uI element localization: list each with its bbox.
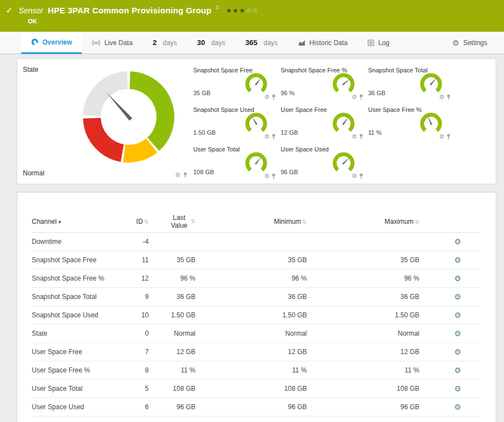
cell-channel-name: State xyxy=(32,330,126,337)
sort-descending-icon: ▾ xyxy=(58,219,61,225)
table-row: User Space Used 6 96 GB 96 GB 96 GB ⚙ xyxy=(32,398,480,416)
state-gauge-value: Normal xyxy=(23,169,45,177)
gear-icon[interactable]: ⚙ xyxy=(351,134,357,140)
cell-maximum: 12 GB xyxy=(307,348,419,356)
sort-icon: ⇅ xyxy=(144,219,149,225)
gear-icon[interactable]: ⚙ xyxy=(439,94,444,100)
tab-2-days[interactable]: 2days xyxy=(143,32,187,53)
cell-actions: ⚙ xyxy=(419,274,480,283)
tab-30-days[interactable]: 30days xyxy=(187,32,236,53)
cell-last-value: 96 % xyxy=(149,274,195,282)
status-badge: OK xyxy=(28,18,498,24)
cell-id: 8 xyxy=(126,366,149,374)
cell-id: 0 xyxy=(126,330,149,337)
channel-settings-gear-icon[interactable]: ⚙ xyxy=(454,366,461,375)
table-row: Snapshot Space Total 9 36 GB 36 GB 36 GB… xyxy=(32,288,480,306)
cell-actions: ⚙ xyxy=(419,366,480,375)
tab-settings[interactable]: ⚙ Settings xyxy=(442,32,497,53)
object-kind-label: Sensor xyxy=(18,6,43,15)
sort-icon: ⇅ xyxy=(415,219,419,225)
gear-icon[interactable]: ⚙ xyxy=(351,173,357,179)
column-header-channel[interactable]: Channel▾ xyxy=(32,218,126,225)
pin-icon[interactable] xyxy=(183,172,188,178)
tab-label: Live Data xyxy=(104,39,133,47)
channel-settings-gear-icon[interactable]: ⚙ xyxy=(454,347,461,356)
channel-table-body: Downtime -4 ⚙ Snapshot Space Free 11 35 … xyxy=(32,233,480,416)
sort-icon: ⇅ xyxy=(191,218,195,224)
column-header-id[interactable]: ID⇅ xyxy=(126,218,149,225)
pin-icon[interactable] xyxy=(271,94,276,100)
column-header-last-value[interactable]: Last Value⇅ xyxy=(149,214,195,229)
cell-actions: ⚙ xyxy=(419,238,480,246)
tab-365-days[interactable]: 365days xyxy=(236,32,288,53)
cell-id: 11 xyxy=(126,256,149,264)
gear-icon[interactable]: ⚙ xyxy=(175,172,180,178)
column-label: Minimum xyxy=(274,218,301,225)
gauge-needle xyxy=(342,156,351,164)
cell-last-value: Normal xyxy=(149,330,195,337)
channel-settings-gear-icon[interactable]: ⚙ xyxy=(454,237,461,246)
table-row: Snapshot Space Free 11 35 GB 35 GB 35 GB… xyxy=(32,251,480,269)
pin-icon[interactable] xyxy=(271,173,276,179)
pin-icon[interactable] xyxy=(359,134,364,140)
state-gauge-needle xyxy=(105,91,132,121)
channel-settings-gear-icon[interactable]: ⚙ xyxy=(454,329,461,338)
tab-label: Historic Data xyxy=(310,39,348,47)
gauge-value: 35 GB xyxy=(193,90,211,96)
cell-minimum: 36 GB xyxy=(195,293,307,301)
gauge-value: 96 GB xyxy=(281,169,298,175)
cell-maximum: 96 % xyxy=(307,274,419,282)
cell-last-value: 12 GB xyxy=(149,348,195,356)
tab-live-data[interactable]: Live Data xyxy=(82,32,143,53)
cell-actions: ⚙ xyxy=(419,311,480,320)
gear-icon[interactable]: ⚙ xyxy=(264,134,270,140)
tab-days-unit: days xyxy=(263,39,277,47)
cell-maximum: 96 GB xyxy=(307,403,419,411)
channel-settings-gear-icon[interactable]: ⚙ xyxy=(454,311,461,320)
gear-icon: ⚙ xyxy=(452,38,459,47)
table-row: User Space Free 7 12 GB 12 GB 12 GB ⚙ xyxy=(32,343,480,361)
cell-last-value: 108 GB xyxy=(149,385,195,392)
cell-last-value: 96 GB xyxy=(149,403,195,411)
tab-overview[interactable]: Overview xyxy=(21,32,82,54)
cell-minimum: 96 % xyxy=(195,274,307,282)
cell-channel-name: User Space Free xyxy=(32,348,126,356)
cell-id: 10 xyxy=(126,311,149,319)
pin-icon[interactable] xyxy=(359,94,364,100)
gauge-card: User Space Total 108 GB ⚙ xyxy=(193,145,281,184)
channel-settings-gear-icon[interactable]: ⚙ xyxy=(454,256,461,264)
column-label: Maximum xyxy=(385,218,414,225)
column-header-maximum[interactable]: Maximum⇅ xyxy=(307,218,419,225)
pin-icon[interactable] xyxy=(359,173,364,179)
tab-days-number: 30 xyxy=(197,38,205,47)
status-check-icon: ✓ xyxy=(6,5,13,16)
pin-icon[interactable] xyxy=(271,134,276,140)
state-gauge-title: State xyxy=(23,66,38,73)
channel-settings-gear-icon[interactable]: ⚙ xyxy=(454,292,461,301)
channel-settings-gear-icon[interactable]: ⚙ xyxy=(454,274,461,283)
tab-label: Log xyxy=(378,39,389,47)
gear-icon[interactable]: ⚙ xyxy=(264,94,270,100)
cell-channel-name: Snapshot Space Free % xyxy=(32,274,126,282)
channel-settings-gear-icon[interactable]: ⚙ xyxy=(454,403,461,411)
gear-icon[interactable]: ⚙ xyxy=(264,173,270,179)
cell-actions: ⚙ xyxy=(419,348,480,356)
gear-icon[interactable]: ⚙ xyxy=(351,94,357,100)
cell-actions: ⚙ xyxy=(419,403,480,411)
historic-data-chart-icon xyxy=(298,40,306,46)
gauge-value: 108 GB xyxy=(193,169,214,175)
table-row: Downtime -4 ⚙ xyxy=(32,233,480,251)
pin-icon[interactable] xyxy=(446,94,451,100)
tab-log[interactable]: Log xyxy=(358,32,399,53)
gauge-value: 36 GB xyxy=(368,90,385,96)
column-header-minimum[interactable]: Minimum⇅ xyxy=(195,218,307,225)
channel-settings-gear-icon[interactable]: ⚙ xyxy=(454,384,461,393)
cell-maximum: Normal xyxy=(307,330,419,337)
cell-id: -4 xyxy=(126,238,149,246)
tab-historic-data[interactable]: Historic Data xyxy=(288,32,358,53)
gear-icon[interactable]: ⚙ xyxy=(439,134,444,140)
priority-stars[interactable]: ★★★☆☆ xyxy=(226,7,259,14)
gauge-card: Snapshot Space Free 35 GB ⚙ xyxy=(193,66,281,105)
pin-icon[interactable] xyxy=(446,134,451,140)
page-title: HPE 3PAR Common Provisioning Group xyxy=(48,6,212,15)
